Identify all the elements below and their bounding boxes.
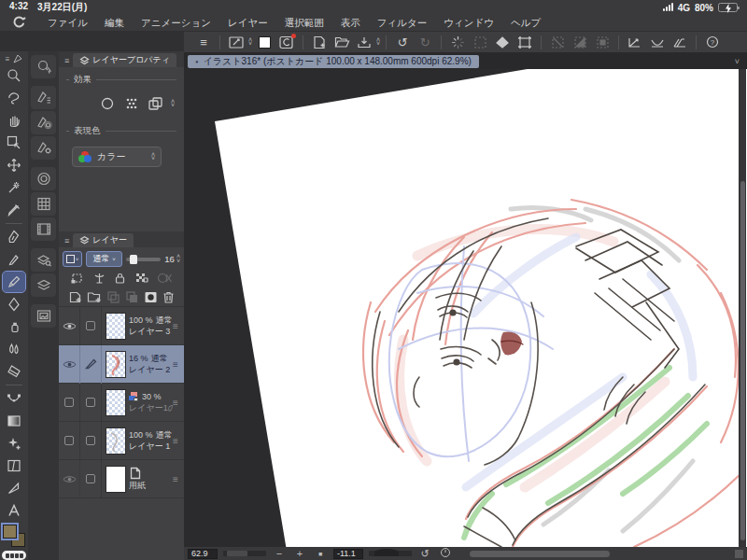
visibility-toggle[interactable] [59, 460, 80, 498]
launcher-color-wheel[interactable] [31, 167, 56, 190]
tool-text[interactable] [3, 500, 25, 521]
foreground-color-chip[interactable] [3, 525, 17, 539]
color-chips[interactable] [3, 525, 25, 547]
layer-color-effect-button[interactable] [147, 95, 165, 112]
tool-polyline[interactable] [3, 478, 25, 498]
layer-select-checkbox[interactable] [80, 307, 102, 345]
rotate-counterclockwise-button[interactable]: ↺ [417, 548, 432, 560]
vertical-scrollbar-thumb[interactable] [740, 181, 745, 540]
new-folder-icon[interactable] [87, 290, 102, 304]
menu-file[interactable]: ファイル [39, 17, 96, 30]
tool-auto-select[interactable] [3, 177, 25, 198]
tool-gradient[interactable] [3, 411, 25, 431]
visibility-toggle[interactable] [59, 345, 80, 384]
save-chevrons[interactable]: ˄˅ [376, 38, 380, 47]
select-area-button[interactable] [470, 34, 490, 51]
tool-frame[interactable] [3, 455, 25, 476]
tool-brush[interactable] [3, 294, 25, 315]
menu-view[interactable]: 表示 [332, 17, 369, 30]
zoom-in-button[interactable]: + [292, 548, 307, 559]
snap-ruler-button[interactable] [625, 34, 645, 51]
tool-blend[interactable] [3, 339, 25, 359]
layer-thumbnail[interactable] [106, 313, 126, 340]
delete-layer-icon[interactable] [162, 290, 175, 304]
layer-panel-menu-icon[interactable]: ≡ [64, 236, 69, 247]
tool-pencil[interactable] [3, 272, 25, 292]
lock-transparent-pixels-icon[interactable] [134, 272, 148, 285]
launcher-material[interactable] [31, 217, 56, 241]
zoom-slider[interactable] [223, 551, 266, 556]
layer-row-selected[interactable]: 16 %通常 レイヤー 2 ≡ [59, 345, 184, 384]
horizontal-scrollbar-thumb[interactable] [470, 551, 610, 557]
launcher-tool-property[interactable] [31, 111, 56, 134]
menu-selection[interactable]: 選択範囲 [276, 17, 332, 30]
menu-help[interactable]: ヘルプ [502, 17, 549, 30]
open-file-button[interactable] [331, 34, 352, 51]
visibility-toggle[interactable] [59, 307, 80, 345]
launcher-layer-search[interactable] [31, 248, 56, 272]
layer-select-checkbox[interactable] [80, 460, 102, 498]
enable-mask-icon[interactable] [157, 272, 173, 285]
layer-thumbnail[interactable] [106, 466, 126, 493]
fit-to-screen-button[interactable]: ■ [313, 551, 328, 557]
expression-color-dropdown[interactable]: カラー ˄˅ [72, 147, 162, 167]
menu-layer[interactable]: レイヤー [219, 17, 276, 30]
launcher-quick-zoom[interactable] [31, 55, 56, 78]
tool-marker[interactable] [3, 249, 25, 270]
zoom-out-button[interactable]: − [272, 548, 287, 559]
layer-property-tab[interactable]: レイヤープロパティ [73, 53, 176, 67]
effect-chevrons[interactable]: ˄˅ [171, 100, 175, 108]
tool-eyedropper[interactable] [3, 200, 25, 220]
layer-property-menu-icon[interactable]: ≡ [64, 56, 69, 67]
merge-down-icon[interactable] [125, 290, 139, 304]
menu-animation[interactable]: アニメーション [133, 17, 219, 30]
layer-select-checkbox[interactable] [80, 422, 102, 460]
new-canvas-button[interactable] [309, 34, 330, 51]
tool-lasso[interactable] [3, 88, 25, 108]
save-button[interactable] [354, 34, 374, 51]
layer-drag-handle[interactable]: ≡ [173, 436, 184, 446]
visibility-toggle[interactable] [59, 422, 80, 460]
snap-special-ruler-button[interactable] [647, 34, 668, 51]
expand-selection-button[interactable] [592, 34, 613, 51]
tool-operate[interactable] [3, 133, 25, 153]
tool-palette-menu-icon[interactable]: ≡ [6, 55, 10, 63]
clip-to-layer-icon[interactable] [70, 272, 84, 285]
rotation-value[interactable]: -11.1 [333, 549, 363, 559]
layer-select-checkbox[interactable] [80, 384, 102, 422]
deselect-button[interactable] [547, 34, 568, 51]
invert-selection-button[interactable] [570, 34, 590, 51]
clip-studio-button[interactable] [276, 34, 297, 51]
transparent-color-chip[interactable] [2, 551, 26, 560]
collapse-titlebar-chevron-icon[interactable]: ˅ [735, 57, 743, 66]
launcher-brush-settings[interactable] [31, 136, 56, 160]
blend-mode-dropdown[interactable]: 通常˅ [86, 251, 122, 267]
layer-drag-handle[interactable]: ≡ [173, 359, 184, 370]
layer-drag-handle[interactable]: ≡ [173, 474, 184, 484]
layer-thumbnail[interactable] [106, 427, 126, 455]
menu-window[interactable]: ウィンドウ [435, 17, 502, 30]
new-raster-layer-icon[interactable] [68, 290, 82, 304]
tool-curve[interactable] [3, 388, 25, 409]
undo-button[interactable]: ↺ [392, 34, 413, 51]
vertical-scrollbar[interactable] [739, 69, 746, 547]
tool-zoom[interactable] [3, 65, 25, 86]
reset-rotation-button[interactable] [438, 547, 453, 560]
help-button[interactable]: ? [702, 34, 723, 51]
clip-studio-logo-icon[interactable] [11, 16, 26, 31]
document-tab[interactable]: ● イラスト316* (ポストカード 100.00 x 148.00mm 600… [188, 55, 479, 68]
canvas-area[interactable] [184, 69, 747, 547]
launcher-color-set[interactable] [31, 192, 56, 216]
redo-button[interactable]: ↻ [415, 34, 435, 51]
crop-button[interactable] [514, 34, 535, 51]
menu-filter[interactable]: フィルター [369, 17, 435, 30]
tool-eraser[interactable] [3, 361, 25, 382]
tool-hand[interactable] [3, 110, 25, 131]
snap-grid-button[interactable] [669, 34, 690, 51]
toolbar-chevrons[interactable]: ˄˅ [248, 38, 252, 47]
tool-move[interactable] [3, 155, 25, 175]
layer-row[interactable]: 30 % レイヤー1の ≡ [59, 384, 184, 422]
lock-layer-icon[interactable] [114, 272, 126, 285]
layer-thumbnail[interactable] [106, 389, 126, 416]
blend-preview-dropdown[interactable]: ˅ [63, 251, 82, 267]
